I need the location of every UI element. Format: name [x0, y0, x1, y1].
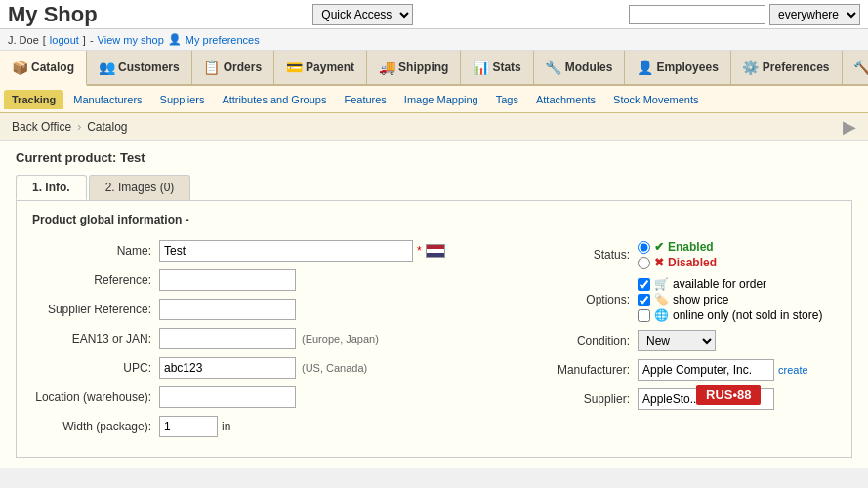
- ean13-note: (Europe, Japan): [302, 333, 379, 345]
- subnav-tags[interactable]: Tags: [488, 90, 526, 109]
- options-row: Options: 🛒 available for order 🏷️ show p…: [540, 277, 836, 322]
- sub-nav: Tracking Manufacturers Suppliers Attribu…: [0, 86, 868, 113]
- option3-row: 🌐 online only (not sold in store): [638, 308, 822, 322]
- product-tabs: 1. Info. 2. Images (0): [16, 175, 852, 201]
- orders-icon: 📋: [204, 60, 220, 75]
- tab-info[interactable]: 1. Info.: [16, 175, 87, 200]
- form-left: Name: * Reference: Supplier Reference:: [32, 240, 501, 445]
- subnav-tracking[interactable]: Tracking: [4, 90, 63, 109]
- subnav-attachments[interactable]: Attachments: [528, 90, 603, 109]
- nav-modules[interactable]: 🔧 Modules: [534, 51, 626, 84]
- manufacturer-label: Manufacturer:: [540, 363, 638, 377]
- ean13-label: EAN13 or JAN:: [32, 332, 159, 346]
- nav-catalog[interactable]: 📦 Catalog: [0, 51, 87, 86]
- nav-customers[interactable]: 👥 Customers: [87, 51, 192, 84]
- nav-preferences-label: Preferences: [763, 61, 830, 74]
- form-right: Status: ✔ Enabled ✖ Disabled: [540, 240, 836, 445]
- tab-images[interactable]: 2. Images (0): [89, 175, 191, 200]
- nav-stats[interactable]: 📊 Stats: [461, 51, 533, 84]
- width-label: Width (package):: [32, 420, 159, 433]
- breadcrumb: Back Office › Catalog ▶: [0, 113, 868, 141]
- nav-shipping-label: Shipping: [398, 61, 448, 74]
- main-nav: 📦 Catalog 👥 Customers 📋 Orders 💳 Payment…: [0, 51, 868, 86]
- nav-employees-label: Employees: [656, 61, 718, 74]
- search-scope-select[interactable]: everywhere: [769, 4, 860, 25]
- condition-select[interactable]: New Used Refurbished: [638, 330, 716, 351]
- modules-icon: 🔧: [546, 60, 561, 75]
- breadcrumb-backoffice[interactable]: Back Office: [12, 120, 71, 134]
- nav-tools[interactable]: 🔨 Tools: [843, 51, 868, 84]
- quick-access-select[interactable]: Quick Access: [312, 4, 413, 25]
- top-bar: My Shop Quick Access everywhere: [0, 0, 868, 29]
- nav-shipping[interactable]: 🚚 Shipping: [367, 51, 461, 84]
- nav-orders[interactable]: 📋 Orders: [192, 51, 274, 84]
- payment-icon: 💳: [286, 60, 302, 75]
- upc-label: UPC:: [32, 361, 159, 375]
- supplier-ref-label: Supplier Reference:: [32, 303, 159, 316]
- breadcrumb-catalog: Catalog: [87, 120, 127, 134]
- logout-link[interactable]: logout: [50, 34, 79, 46]
- section-title: Product global information -: [32, 213, 836, 226]
- ean13-row: EAN13 or JAN: (Europe, Japan): [32, 328, 501, 349]
- supplier-label: Supplier:: [540, 392, 638, 406]
- checkmark-enabled: ✔: [654, 240, 664, 254]
- flag-icon: [426, 244, 445, 258]
- required-star: *: [417, 244, 422, 258]
- preferences-icon: ⚙️: [743, 60, 759, 75]
- reference-row: Reference:: [32, 269, 501, 291]
- width-row: Width (package): in: [32, 416, 501, 437]
- option2-label: show price: [673, 293, 728, 306]
- search-input[interactable]: [629, 5, 765, 24]
- upc-input[interactable]: [159, 357, 296, 379]
- location-label: Location (warehouse):: [32, 390, 159, 404]
- nav-preferences[interactable]: ⚙️ Preferences: [731, 51, 843, 84]
- option1-checkbox[interactable]: [638, 278, 650, 291]
- subnav-stock-movements[interactable]: Stock Movements: [605, 90, 706, 109]
- customers-icon: 👥: [99, 60, 114, 75]
- nav-payment-label: Payment: [306, 61, 354, 74]
- status-enabled-radio[interactable]: [638, 241, 650, 254]
- option3-checkbox[interactable]: [638, 309, 650, 322]
- status-disabled-radio[interactable]: [638, 257, 650, 269]
- manufacturer-create-link[interactable]: create: [778, 364, 808, 376]
- subnav-image-mapping[interactable]: Image Mapping: [396, 90, 486, 109]
- preferences-link[interactable]: My preferences: [186, 34, 260, 46]
- tools-icon: 🔨: [854, 60, 868, 75]
- manufacturer-input[interactable]: [638, 359, 774, 381]
- reference-input[interactable]: [159, 269, 296, 291]
- subnav-suppliers[interactable]: Suppliers: [152, 90, 213, 109]
- username: J. Doe: [8, 34, 39, 46]
- user-icon: 👤: [168, 33, 182, 46]
- name-input[interactable]: [159, 240, 413, 262]
- width-input[interactable]: [159, 416, 218, 437]
- condition-row: Condition: New Used Refurbished: [540, 330, 836, 351]
- separator: -: [90, 34, 94, 46]
- options-label: Options:: [540, 293, 638, 306]
- subnav-attributes-groups[interactable]: Attributes and Groups: [214, 90, 334, 109]
- user-separator: [: [43, 34, 46, 46]
- name-label: Name:: [32, 244, 159, 258]
- shipping-icon: 🚚: [379, 60, 394, 75]
- subnav-features[interactable]: Features: [336, 90, 393, 109]
- subnav-manufacturers[interactable]: Manufacturers: [65, 90, 149, 109]
- ean13-input[interactable]: [159, 328, 296, 349]
- view-shop-link[interactable]: View my shop: [98, 34, 164, 46]
- search-container: everywhere: [629, 4, 860, 25]
- supplier-ref-row: Supplier Reference:: [32, 299, 501, 320]
- supplier-ref-input[interactable]: [159, 299, 296, 320]
- catalog-icon: 📦: [12, 60, 27, 75]
- status-options: ✔ Enabled ✖ Disabled: [638, 240, 717, 269]
- scroll-right-icon: ▶: [843, 116, 856, 138]
- form-grid: Name: * Reference: Supplier Reference:: [32, 240, 836, 445]
- option2-icon: 🏷️: [654, 293, 669, 306]
- options-content: 🛒 available for order 🏷️ show price 🌐 on…: [638, 277, 822, 322]
- option3-label: online only (not sold in store): [673, 308, 822, 322]
- option1-row: 🛒 available for order: [638, 277, 822, 291]
- reference-label: Reference:: [32, 273, 159, 287]
- upc-note: (US, Canada): [302, 362, 367, 374]
- red-overlay-badge: RUS•88: [696, 385, 761, 405]
- option2-checkbox[interactable]: [638, 294, 650, 306]
- nav-employees[interactable]: 👤 Employees: [625, 51, 730, 84]
- nav-payment[interactable]: 💳 Payment: [274, 51, 367, 84]
- location-input[interactable]: [159, 386, 296, 408]
